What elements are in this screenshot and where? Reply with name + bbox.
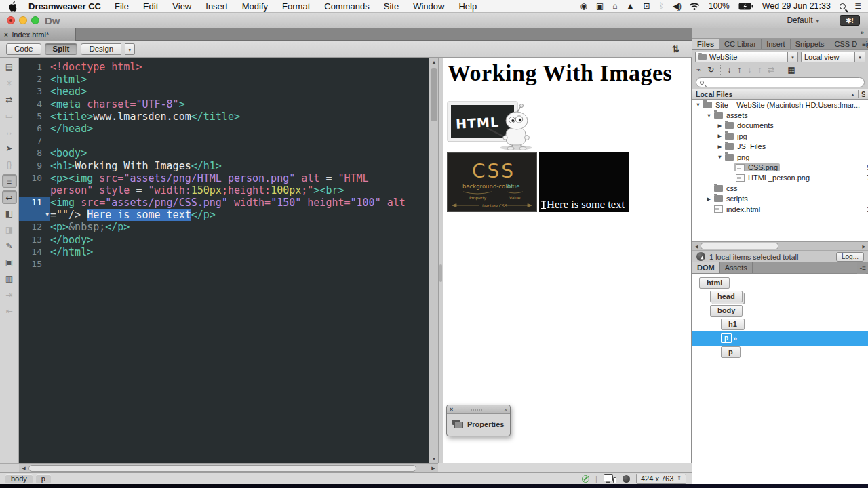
files-search-box[interactable] bbox=[696, 77, 865, 87]
panel-collapse-bar[interactable]: » bbox=[692, 28, 868, 39]
open-documents-icon[interactable]: ▤ bbox=[2, 60, 17, 74]
code-navigator-icon[interactable]: ⇄ bbox=[2, 93, 17, 106]
wifi-icon[interactable] bbox=[689, 3, 700, 10]
get-files-icon[interactable]: ↓ bbox=[727, 65, 731, 75]
code-vertical-scrollbar[interactable]: ▲ ▼ bbox=[429, 58, 438, 463]
local-files-header[interactable]: Local Files ▲ S bbox=[692, 89, 868, 100]
sync-settings-button[interactable]: ✱! bbox=[840, 15, 860, 26]
files-search-input[interactable] bbox=[707, 79, 864, 87]
close-window-button[interactable] bbox=[7, 16, 15, 24]
disclosure-open-icon[interactable]: ▼ bbox=[706, 113, 712, 119]
split-divider-handle[interactable] bbox=[439, 264, 442, 282]
disclosure-open-icon[interactable]: ▼ bbox=[717, 154, 723, 160]
chevron-down-icon[interactable]: ▾ bbox=[854, 52, 865, 62]
close-tab-icon[interactable]: × bbox=[4, 31, 8, 39]
bluetooth-icon[interactable]: ᛒ bbox=[659, 1, 664, 11]
collapse-chevrons-icon[interactable]: » bbox=[861, 29, 864, 36]
css-image[interactable]: CSS background-color: blue Property Valu… bbox=[447, 152, 537, 212]
scroll-right-icon[interactable]: ▶ bbox=[860, 242, 868, 251]
close-icon[interactable]: × bbox=[450, 405, 453, 414]
size-column-header[interactable]: S bbox=[858, 90, 865, 98]
notification-center-icon[interactable]: ≣ bbox=[854, 1, 861, 11]
html-person-image[interactable]: HTML bbox=[446, 98, 536, 150]
window-titlebar[interactable]: Dw Default▾ ✱! bbox=[0, 13, 868, 28]
home-icon[interactable]: ⌂ bbox=[612, 1, 617, 11]
connect-server-icon[interactable]: ⌁ bbox=[696, 65, 701, 75]
design-view[interactable]: Working With Images HTML bbox=[443, 58, 692, 463]
tree-item-documents[interactable]: ▶documents bbox=[692, 121, 868, 131]
drag-grip-icon[interactable] bbox=[471, 409, 488, 411]
site-dropdown[interactable]: WebSite ▾ bbox=[695, 52, 798, 62]
scroll-left-icon[interactable]: ◀ bbox=[19, 464, 28, 473]
move-css-rule-icon[interactable]: ▥ bbox=[2, 272, 17, 285]
drive-icon[interactable]: ▲ bbox=[627, 1, 635, 11]
menu-insert[interactable]: Insert bbox=[205, 1, 228, 12]
spotlight-icon[interactable] bbox=[840, 3, 846, 9]
panel-menu-icon[interactable]: -≡ bbox=[857, 262, 866, 274]
panel-tab-insert[interactable]: Insert bbox=[762, 39, 791, 49]
indent-code-icon[interactable]: ⇥ bbox=[2, 288, 17, 302]
refresh-icon[interactable]: ↻ bbox=[707, 65, 714, 75]
code-view[interactable]: 1<!doctype html>2<html>3<head>4<meta cha… bbox=[19, 58, 438, 463]
disclosure-open-icon[interactable]: ▼ bbox=[695, 102, 701, 108]
fold-marker-icon[interactable]: ▼ bbox=[45, 209, 49, 221]
menu-commands[interactable]: Commands bbox=[324, 1, 369, 12]
dom-node-chip[interactable]: p bbox=[721, 346, 741, 358]
collapse-selection-icon[interactable]: ▭ bbox=[2, 109, 17, 123]
log-button[interactable]: Log... bbox=[836, 252, 864, 262]
panel-tab-snippets[interactable]: Snippets bbox=[791, 39, 830, 49]
menu-format[interactable]: Format bbox=[282, 1, 310, 12]
properties-panel[interactable]: × » Properties bbox=[446, 405, 511, 436]
tree-item-scripts[interactable]: ▶scripts bbox=[692, 194, 868, 204]
design-view-caret-icon[interactable]: ▾ bbox=[125, 43, 135, 55]
balance-braces-icon[interactable]: {} bbox=[2, 158, 17, 171]
live-code-icon[interactable]: ✳ bbox=[2, 77, 17, 90]
horizontal-scroll-thumb[interactable] bbox=[28, 465, 416, 472]
expand-chevrons-icon[interactable]: » bbox=[505, 405, 507, 414]
dom-node-h1[interactable]: h1 bbox=[692, 318, 868, 332]
panel-menu-icon[interactable]: -≡ bbox=[857, 39, 866, 50]
tree-item-png[interactable]: ▼png bbox=[692, 152, 868, 162]
files-horizontal-scrollbar[interactable]: ◀ ▶ bbox=[692, 241, 868, 250]
tag-selector-body[interactable]: body bbox=[5, 474, 33, 483]
app-menu[interactable]: Dreamweaver CC bbox=[28, 1, 101, 12]
tree-item-css-png[interactable]: CSS.png5 bbox=[692, 162, 868, 172]
window-size-selector[interactable]: 424 x 763 ⇕ bbox=[636, 474, 686, 484]
menu-edit[interactable]: Edit bbox=[143, 1, 158, 12]
scroll-down-icon[interactable]: ▼ bbox=[429, 454, 439, 463]
check-in-icon[interactable]: ↑ bbox=[757, 65, 762, 75]
scroll-up-icon[interactable]: ▲ bbox=[429, 58, 439, 66]
disclosure-closed-icon[interactable]: ▶ bbox=[706, 196, 712, 202]
airplay-icon[interactable]: ⊡ bbox=[644, 1, 650, 11]
volume-icon[interactable]: ◀)) bbox=[673, 1, 680, 11]
tree-item-index-html[interactable]: index.html1 bbox=[692, 204, 868, 214]
view-dropdown[interactable]: Local view ▾ bbox=[801, 52, 865, 62]
menu-file[interactable]: File bbox=[115, 1, 129, 12]
menu-site[interactable]: Site bbox=[384, 1, 399, 12]
view-button-code[interactable]: Code bbox=[6, 43, 41, 55]
format-source-icon[interactable]: ✎ bbox=[2, 239, 17, 253]
chat-icon[interactable]: ◉ bbox=[580, 1, 587, 11]
preview-in-browser-icon[interactable] bbox=[623, 475, 630, 483]
panel-tab-assets[interactable]: Assets bbox=[720, 262, 753, 273]
device-preview-icon[interactable] bbox=[604, 474, 616, 483]
workspace-switcher[interactable]: Default▾ bbox=[787, 16, 819, 25]
menu-modify[interactable]: Modify bbox=[242, 1, 268, 12]
put-files-icon[interactable]: ↑ bbox=[737, 65, 741, 75]
zoom-window-button[interactable] bbox=[31, 16, 39, 24]
select-parent-tag-icon[interactable]: ➤ bbox=[2, 142, 17, 155]
validation-status-icon[interactable] bbox=[582, 475, 589, 483]
disclosure-closed-icon[interactable]: ▶ bbox=[717, 144, 723, 150]
disclosure-closed-icon[interactable]: ▶ bbox=[717, 133, 723, 139]
menu-window[interactable]: Window bbox=[413, 1, 444, 12]
disclosure-closed-icon[interactable]: ▶ bbox=[717, 123, 723, 129]
file-management-icon[interactable]: ⇅ bbox=[672, 44, 679, 54]
tree-item-jpg[interactable]: ▶jpg bbox=[692, 131, 868, 141]
view-button-design[interactable]: Design bbox=[81, 43, 121, 55]
tree-item-site-websi[interactable]: ▼Site – WebSite (Macintosh HD:Users:lmar… bbox=[692, 100, 868, 110]
code-horizontal-scrollbar[interactable]: ◀ ▶ bbox=[19, 463, 438, 472]
panel-tab-files[interactable]: Files bbox=[692, 39, 719, 49]
chevron-down-icon[interactable]: ▾ bbox=[787, 52, 797, 62]
sync-icon[interactable]: ⇄ bbox=[768, 65, 774, 75]
dom-node-chip[interactable]: h1 bbox=[721, 319, 745, 330]
